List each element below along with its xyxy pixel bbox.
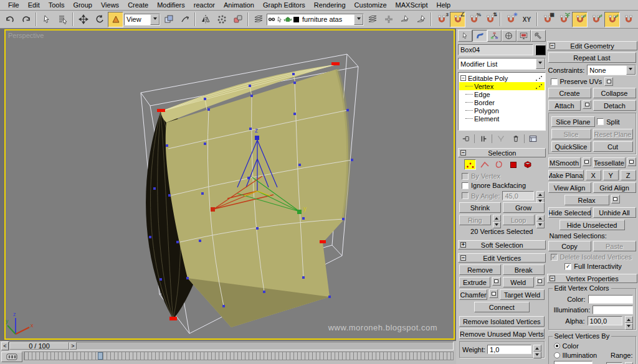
weld-settings-button[interactable] [536,277,545,286]
stack-row-edge[interactable]: Edge [459,90,545,98]
make-planar-y-button[interactable]: Y [603,170,619,180]
open-mini-curve-editor-button[interactable] [1,352,22,362]
show-end-result-button[interactable] [477,133,490,144]
snap-vertex-button[interactable] [572,12,588,27]
copy-button[interactable]: Copy [548,241,591,251]
hide-selected-button[interactable]: Hide Selected [548,207,591,218]
stack-row-polygon[interactable]: Polygon [459,106,545,114]
subobject-border-button[interactable] [493,159,505,170]
tab-display[interactable] [517,30,531,42]
dropdown-arrow-icon[interactable] [536,58,545,69]
viewport-label[interactable]: Perspective [8,32,44,39]
delete-isolated-vertices-checkbox[interactable]: ✓ [551,254,558,261]
make-unique-button[interactable] [494,133,507,144]
time-slider-track[interactable]: 0 / 100 > [9,342,454,350]
by-angle-field[interactable]: 45,0 [502,191,533,200]
ignore-backfacing-checkbox[interactable] [462,182,469,189]
previous-frame-button[interactable]: < [1,342,9,350]
reset-plane-button[interactable]: Reset Plane [593,129,633,139]
stack-row-vertex[interactable]: Vertex [459,82,545,90]
menu-edit[interactable]: Edit [24,1,44,9]
remove-button[interactable]: Remove [459,264,501,275]
shrink-button[interactable]: Shrink [459,202,501,213]
paste-button[interactable]: Paste [593,241,636,251]
configure-modifier-sets-button[interactable] [526,133,540,144]
dropdown-arrow-icon[interactable] [354,14,363,25]
chamfer-button[interactable]: Chamfer [459,289,487,300]
select-object-button[interactable] [39,12,54,27]
object-color-swatch[interactable] [535,45,546,55]
r-field[interactable]: 10 [606,362,622,364]
alpha-field[interactable]: 100,0 [588,316,622,325]
weight-field[interactable]: 1,0 [487,345,531,354]
select-by-color-radio[interactable] [554,343,560,349]
relax-settings-button[interactable] [611,195,620,203]
collapse-button[interactable]: Collapse [593,88,636,98]
select-by-color-swatch[interactable] [554,361,593,364]
menu-modifiers[interactable]: Modifiers [153,1,189,9]
set-current-layer-button[interactable] [413,12,429,27]
extrude-settings-button[interactable] [492,277,501,286]
vertex-color-swatch[interactable] [588,295,633,304]
undo-button[interactable] [2,12,17,27]
chamfer-settings-button[interactable] [489,289,498,298]
stack-row-editable-poly[interactable]: − Editable Poly [459,74,545,82]
reference-coordinate-system-dropdown[interactable]: View [124,14,160,26]
spinner-snap-button[interactable]: ⇅ [482,12,498,27]
select-objects-in-layer-button[interactable] [397,12,412,27]
target-weld-button[interactable]: Target Weld [500,289,544,300]
modifier-list-dropdown[interactable]: Modifier List [458,58,546,70]
select-and-rotate-button[interactable] [92,12,107,27]
repeat-last-button[interactable]: Repeat Last [548,52,636,63]
ring-button[interactable]: Ring [459,215,491,225]
menu-customize[interactable]: Customize [350,1,391,9]
soft-selection-rollout-header[interactable]: + Soft Selection [458,240,546,250]
dropdown-arrow-icon[interactable] [626,65,636,75]
msmooth-settings-button[interactable] [583,157,591,166]
tab-utilities[interactable] [531,30,545,42]
create-button[interactable]: Create [548,88,591,98]
redo-button[interactable] [18,12,34,27]
full-interactivity-checkbox[interactable]: ✓ [564,263,571,270]
dropdown-arrow-icon[interactable] [150,14,160,25]
remove-unused-map-verts-button[interactable]: Remove Unused Map Verts [459,329,545,339]
unhide-all-button[interactable]: Unhide All [593,207,636,218]
hide-unselected-button[interactable]: Hide Unselected [559,220,625,230]
weld-button[interactable]: Weld [503,277,534,287]
preserve-uvs-checkbox[interactable] [551,78,558,85]
remove-isolated-vertices-button[interactable]: Remove Isolated Vertices [459,316,545,327]
menu-group[interactable]: Group [69,1,97,9]
layer-manager-button[interactable] [250,12,266,27]
select-by-name-button[interactable] [55,12,70,27]
subobject-vertex-button[interactable] [464,159,476,170]
gizmo-z-handle[interactable] [255,136,259,140]
edit-geometry-rollout-header[interactable]: − Edit Geometry [547,41,637,50]
tessellate-button[interactable]: Tessellate [593,157,626,168]
menu-views[interactable]: Views [97,1,123,9]
attach-settings-button[interactable] [583,100,591,109]
pin-stack-button[interactable] [459,133,472,144]
grow-button[interactable]: Grow [503,202,545,213]
by-angle-checkbox[interactable] [462,192,469,199]
select-and-uniform-scale-button[interactable] [108,12,123,27]
collapse-icon[interactable]: − [460,75,466,81]
snap-edge-button[interactable] [621,12,636,27]
layer-list-dropdown[interactable]: furniture atas [267,14,364,26]
vertex-properties-rollout-header[interactable]: − Vertex Properties [547,274,637,283]
add-selection-to-layer-button[interactable] [381,12,396,27]
select-by-illumination-radio[interactable] [554,352,560,358]
array-button[interactable] [214,12,229,27]
cut-button[interactable]: Cut [593,141,633,152]
loop-button[interactable]: Loop [503,215,535,225]
snap-midpoint-button[interactable] [604,12,620,27]
vertex-illumination-swatch[interactable] [593,306,632,314]
track-bar-ruler[interactable] [24,352,454,360]
axis-constraint-xy-button[interactable]: XY [519,12,535,27]
preserve-uvs-settings-button[interactable] [604,77,613,86]
split-checkbox[interactable] [597,118,604,125]
make-planar-button[interactable]: Make Planar [548,170,584,180]
next-frame-button[interactable]: > [69,342,77,350]
msmooth-button[interactable]: MSmooth [548,157,581,168]
tab-create[interactable] [458,30,472,42]
snap-grid-points-button[interactable]: ▦ [540,12,555,27]
